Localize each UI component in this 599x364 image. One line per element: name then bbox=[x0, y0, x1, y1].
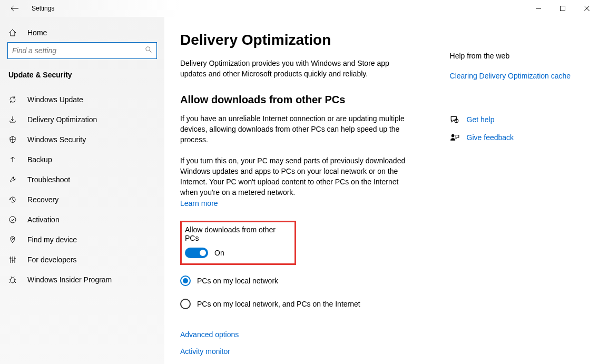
learn-more-link[interactable]: Learn more bbox=[180, 199, 218, 208]
sidebar-item-label: Recovery bbox=[27, 195, 58, 204]
sidebar-item-label: For developers bbox=[27, 255, 76, 264]
help-chat-icon: ? bbox=[450, 115, 459, 124]
sidebar-item-windows-insider[interactable]: Windows Insider Program bbox=[0, 270, 164, 290]
sidebar-item-backup[interactable]: Backup bbox=[0, 150, 164, 170]
download-icon bbox=[8, 115, 17, 124]
right-panel: Help from the web Clearing Delivery Opti… bbox=[450, 32, 588, 364]
sidebar-home[interactable]: Home bbox=[0, 23, 164, 42]
sidebar-item-recovery[interactable]: Recovery bbox=[0, 190, 164, 210]
sidebar-item-label: Backup bbox=[27, 155, 52, 164]
close-icon bbox=[584, 6, 590, 11]
minimize-icon bbox=[536, 6, 541, 11]
back-button[interactable] bbox=[4, 0, 25, 17]
sidebar: Home Update & Security Windows Update De… bbox=[0, 17, 164, 364]
sidebar-item-label: Troubleshoot bbox=[27, 175, 70, 184]
sidebar-item-label: Windows Security bbox=[27, 135, 86, 144]
clock-back-icon bbox=[8, 195, 17, 204]
svg-point-3 bbox=[12, 238, 14, 240]
check-circle-icon bbox=[8, 215, 17, 224]
window-controls bbox=[526, 0, 599, 17]
sidebar-item-delivery-optimization[interactable]: Delivery Optimization bbox=[0, 110, 164, 130]
svg-point-7 bbox=[451, 134, 454, 137]
sidebar-item-for-developers[interactable]: For developers bbox=[0, 250, 164, 270]
radio-icon bbox=[180, 299, 191, 309]
page-title: Delivery Optimization bbox=[180, 32, 418, 48]
close-button[interactable] bbox=[575, 0, 599, 17]
radio-option-internet[interactable]: PCs on my local network, and PCs on the … bbox=[180, 299, 418, 309]
svg-text:?: ? bbox=[455, 120, 457, 123]
get-help-item[interactable]: ? Get help bbox=[450, 115, 588, 124]
wrench-icon bbox=[8, 175, 17, 184]
sidebar-item-label: Activation bbox=[27, 215, 60, 224]
main-content: Delivery Optimization Delivery Optimizat… bbox=[180, 32, 418, 364]
shield-icon bbox=[8, 135, 17, 144]
maximize-button[interactable] bbox=[551, 0, 575, 17]
allow-downloads-toggle[interactable] bbox=[185, 248, 208, 258]
arrow-left-icon bbox=[11, 4, 19, 13]
location-icon bbox=[8, 235, 17, 244]
sliders-icon bbox=[8, 255, 17, 264]
radio-icon bbox=[180, 276, 191, 286]
give-feedback-link: Give feedback bbox=[467, 133, 514, 142]
feedback-icon bbox=[450, 133, 459, 142]
highlight-annotation: Allow downloads from other PCs On bbox=[180, 221, 296, 265]
toggle-state: On bbox=[214, 249, 224, 257]
intro-text: Delivery Optimization provides you with … bbox=[180, 58, 407, 79]
help-header: Help from the web bbox=[450, 52, 588, 60]
sidebar-category: Update & Security bbox=[0, 71, 164, 90]
window-title: Settings bbox=[32, 5, 54, 12]
sidebar-item-troubleshoot[interactable]: Troubleshoot bbox=[0, 170, 164, 190]
sidebar-item-label: Find my device bbox=[27, 235, 77, 244]
svg-rect-0 bbox=[561, 6, 565, 11]
sidebar-item-find-my-device[interactable]: Find my device bbox=[0, 230, 164, 250]
give-feedback-item[interactable]: Give feedback bbox=[450, 133, 588, 142]
toggle-label: Allow downloads from other PCs bbox=[182, 225, 289, 242]
section-title: Allow downloads from other PCs bbox=[180, 94, 418, 106]
svg-point-2 bbox=[9, 217, 16, 223]
search-icon bbox=[145, 46, 152, 55]
maximize-icon bbox=[560, 6, 565, 11]
refresh-icon bbox=[8, 95, 17, 104]
body-para-2: If you turn this on, your PC may send pa… bbox=[180, 155, 407, 198]
home-icon bbox=[8, 28, 17, 37]
sidebar-item-windows-security[interactable]: Windows Security bbox=[0, 130, 164, 150]
body-para-1: If you have an unreliable Internet conne… bbox=[180, 113, 407, 145]
advanced-options-link[interactable]: Advanced options bbox=[180, 330, 418, 339]
sidebar-item-label: Windows Insider Program bbox=[27, 276, 112, 284]
minimize-button[interactable] bbox=[526, 0, 551, 17]
svg-point-4 bbox=[11, 278, 15, 283]
search-input[interactable] bbox=[12, 46, 145, 55]
sidebar-item-windows-update[interactable]: Windows Update bbox=[0, 90, 164, 110]
radio-option-local[interactable]: PCs on my local network bbox=[180, 276, 418, 286]
radio-label: PCs on my local network bbox=[197, 277, 278, 285]
sidebar-item-label: Windows Update bbox=[27, 95, 83, 104]
svg-point-1 bbox=[146, 47, 150, 51]
radio-label: PCs on my local network, and PCs on the … bbox=[197, 300, 360, 308]
search-box[interactable] bbox=[7, 42, 157, 59]
title-bar: Settings bbox=[0, 0, 599, 17]
nav-list: Windows Update Delivery Optimization Win… bbox=[0, 90, 164, 290]
bug-icon bbox=[8, 276, 17, 284]
sidebar-item-activation[interactable]: Activation bbox=[0, 210, 164, 230]
arrow-up-icon bbox=[8, 155, 17, 164]
sidebar-item-label: Delivery Optimization bbox=[27, 115, 97, 124]
clear-cache-link[interactable]: Clearing Delivery Optimization cache bbox=[450, 72, 588, 80]
activity-monitor-link[interactable]: Activity monitor bbox=[180, 347, 418, 356]
toggle-knob bbox=[200, 250, 206, 256]
get-help-link: Get help bbox=[467, 115, 495, 124]
sidebar-home-label: Home bbox=[27, 28, 47, 37]
